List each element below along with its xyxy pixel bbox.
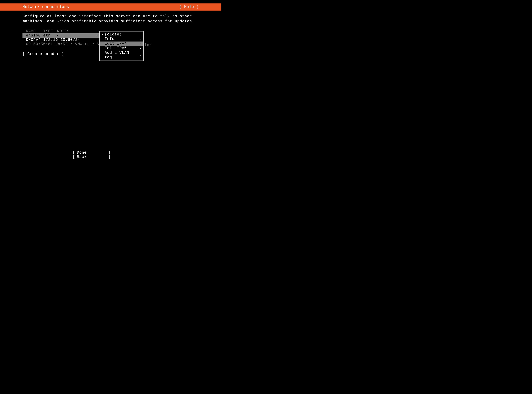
menu-label-add-vlan: Add a VLAN tag <box>105 51 138 60</box>
dhcp-address: 172.16.10.60/24 <box>43 38 80 42</box>
footer-buttons: [ Done ] [ Back ] <box>0 150 221 159</box>
menu-label-edit-ipv6: Edit IPv6 <box>105 46 138 51</box>
help-button[interactable]: [ Help ] <box>179 5 199 9</box>
done-label: Done <box>77 150 108 155</box>
menu-item-info[interactable]: Info ▸ <box>100 37 143 41</box>
done-button[interactable]: [ Done ] <box>73 150 111 155</box>
menu-item-edit-ipv6[interactable]: Edit IPv6 ▸ <box>100 46 143 51</box>
header-bar: Network connections [ Help ] <box>0 4 221 10</box>
right-arrow-icon: ▸ <box>138 54 141 57</box>
col-type-header: TYPE <box>43 29 57 33</box>
right-arrow-icon: ▸ <box>138 47 141 50</box>
interface-context-menu: ◂ (close) Info ▸ Edit IPv4 ▸ Edit IPv6 ▸… <box>99 31 144 61</box>
col-name-header: NAME <box>26 29 43 33</box>
right-arrow-icon: ▸ <box>138 38 141 41</box>
menu-item-edit-ipv4[interactable]: Edit IPv4 ▸ <box>100 41 143 46</box>
bracket-left: [ <box>73 150 75 155</box>
menu-label-edit-ipv4: Edit IPv4 <box>105 41 138 46</box>
interface-row-ens160[interactable]: [ ens160 eth - ▸ <box>22 33 99 38</box>
back-button[interactable]: [ Back ] <box>73 155 111 159</box>
right-arrow-icon: ▸ <box>138 42 141 45</box>
bracket-left: [ <box>73 155 75 159</box>
menu-item-close[interactable]: ◂ (close) <box>100 32 143 37</box>
menu-label-close: (close) <box>105 32 138 37</box>
interface-name: ens160 <box>26 33 43 38</box>
bracket-right: ] <box>108 155 111 159</box>
description-text: Configure at least one interface this se… <box>22 14 199 24</box>
left-arrow-icon: ◂ <box>102 33 105 36</box>
menu-item-add-vlan[interactable]: Add a VLAN tag ▸ <box>100 51 143 60</box>
menu-label-info: Info <box>105 37 138 41</box>
interface-type: eth <box>43 33 56 38</box>
back-label: Back <box>77 155 108 159</box>
page-title: Network connections <box>22 5 69 9</box>
dhcp-label: DHCPv4 <box>26 38 43 42</box>
mac-cutoff-text: ler <box>145 43 152 47</box>
submenu-arrow-icon: ▸ <box>97 34 98 37</box>
bracket-left: [ <box>22 33 26 38</box>
interface-notes: - <box>56 33 99 38</box>
bracket-right: ] <box>108 150 111 155</box>
